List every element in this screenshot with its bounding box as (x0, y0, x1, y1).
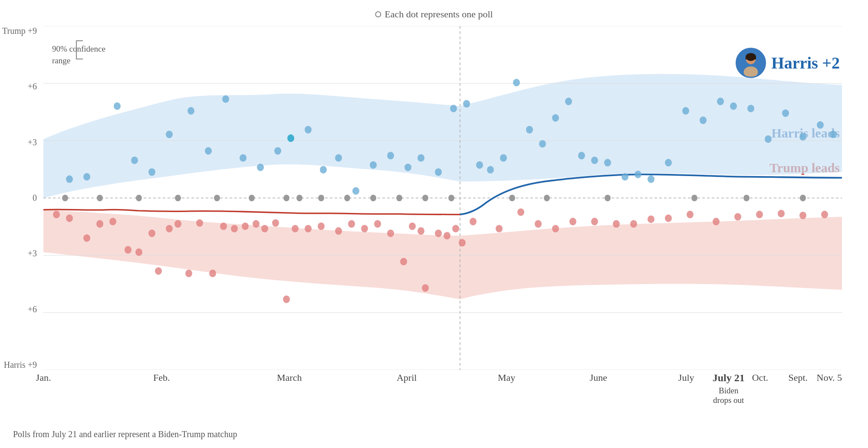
svg-point-62 (526, 126, 533, 133)
svg-point-86 (96, 220, 103, 228)
svg-point-42 (222, 95, 229, 103)
svg-point-131 (687, 211, 694, 218)
svg-point-121 (496, 225, 503, 232)
svg-point-51 (370, 161, 377, 169)
svg-point-16 (136, 195, 142, 201)
svg-point-108 (348, 220, 355, 228)
x-label-nov5: Nov. 5 (817, 372, 842, 383)
svg-point-43 (240, 154, 247, 161)
svg-point-23 (344, 195, 350, 201)
svg-point-20 (283, 195, 289, 201)
svg-point-55 (435, 168, 442, 176)
svg-point-67 (591, 157, 598, 164)
x-label-march: March (277, 372, 302, 383)
x-label-sept: Sept. (788, 372, 808, 383)
svg-point-101 (261, 225, 268, 232)
svg-point-60 (500, 154, 507, 161)
footnote: Polls from July 21 and earlier represent… (13, 429, 237, 439)
x-label-may: May (498, 372, 515, 383)
svg-point-130 (665, 215, 672, 222)
svg-point-72 (665, 159, 672, 166)
svg-point-85 (83, 234, 90, 242)
svg-point-26 (422, 195, 428, 201)
x-label-oct: Oct. (752, 372, 768, 383)
svg-point-125 (569, 218, 576, 225)
svg-point-122 (517, 208, 524, 216)
svg-point-107 (335, 227, 342, 235)
svg-point-58 (476, 161, 483, 169)
svg-point-45 (274, 147, 281, 154)
svg-point-17 (175, 195, 181, 201)
svg-point-83 (53, 211, 60, 218)
svg-point-69 (621, 173, 628, 180)
x-axis: Jan. Feb. March April May June July July… (43, 372, 842, 398)
svg-point-127 (613, 220, 620, 228)
svg-point-27 (448, 195, 454, 201)
x-sublabel-biden: Bidendrops out (713, 386, 744, 405)
svg-point-29 (544, 195, 550, 201)
x-label-feb: Feb. (153, 372, 170, 383)
svg-point-28 (509, 195, 515, 201)
svg-point-100 (253, 220, 260, 228)
svg-point-65 (565, 98, 572, 105)
svg-point-73 (682, 107, 689, 114)
svg-point-114 (418, 227, 424, 235)
svg-point-53 (404, 164, 411, 171)
y-axis: Trump +9 +6 +3 0 +3 +6 Harris +9 (0, 26, 43, 370)
x-label-july: July (678, 372, 694, 383)
svg-point-61 (513, 79, 520, 86)
chart-svg (43, 26, 842, 370)
svg-point-97 (220, 222, 227, 230)
svg-point-93 (174, 220, 181, 228)
svg-point-87 (109, 218, 116, 225)
svg-point-88 (125, 246, 132, 253)
x-label-april: April (397, 372, 417, 383)
svg-point-25 (396, 195, 402, 201)
svg-point-117 (444, 232, 450, 239)
svg-point-116 (435, 229, 442, 237)
svg-point-132 (713, 218, 720, 225)
svg-point-33 (800, 195, 806, 201)
svg-point-57 (463, 100, 470, 108)
svg-point-99 (242, 222, 249, 230)
svg-point-106 (318, 222, 325, 230)
svg-point-30 (605, 195, 611, 201)
svg-point-102 (272, 219, 279, 226)
svg-point-22 (318, 195, 324, 201)
svg-point-71 (648, 175, 654, 183)
svg-point-89 (135, 249, 142, 256)
svg-point-46 (287, 134, 294, 142)
svg-point-84 (66, 215, 73, 222)
svg-point-136 (799, 212, 806, 219)
svg-point-128 (630, 220, 637, 228)
svg-point-96 (209, 270, 216, 277)
svg-point-111 (387, 229, 394, 237)
svg-point-90 (148, 229, 155, 237)
svg-point-118 (452, 225, 459, 232)
svg-point-112 (400, 258, 407, 265)
svg-point-48 (320, 166, 327, 173)
svg-point-74 (700, 117, 707, 124)
svg-point-77 (747, 105, 754, 112)
svg-point-54 (418, 154, 424, 161)
svg-point-98 (231, 225, 238, 232)
svg-point-124 (552, 225, 559, 232)
svg-point-109 (361, 225, 368, 232)
svg-point-79 (782, 109, 789, 117)
svg-point-41 (205, 147, 212, 154)
svg-point-21 (296, 195, 302, 201)
svg-point-123 (535, 220, 542, 228)
svg-point-129 (648, 216, 654, 223)
svg-point-135 (778, 210, 785, 217)
y-label-zero: 0 (0, 193, 43, 203)
svg-point-110 (374, 220, 381, 228)
svg-point-36 (114, 102, 121, 110)
svg-point-133 (734, 213, 741, 220)
svg-point-64 (552, 114, 559, 121)
svg-point-113 (409, 222, 416, 230)
x-label-june: June (590, 372, 607, 383)
svg-point-81 (817, 121, 824, 128)
svg-point-120 (470, 218, 477, 225)
svg-point-44 (257, 164, 264, 171)
y-label-trump9: Trump +9 (0, 26, 43, 36)
